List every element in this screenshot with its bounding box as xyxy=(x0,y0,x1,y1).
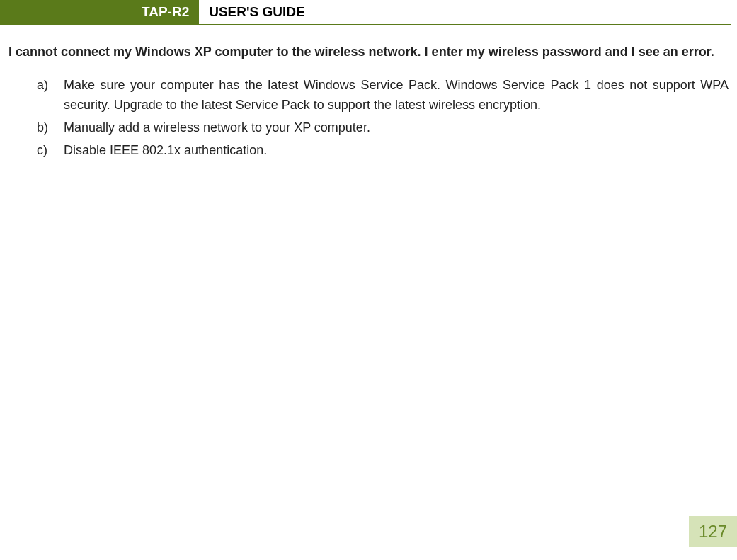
list-text-a: Make sure your computer has the latest W… xyxy=(64,76,729,115)
list-text-b: Manually add a wireless network to your … xyxy=(64,118,729,138)
faq-question: I cannot connect my Windows XP computer … xyxy=(8,42,729,62)
list-item: b) Manually add a wireless network to yo… xyxy=(37,118,729,138)
list-item: c) Disable IEEE 802.1x authentication. xyxy=(37,141,729,161)
list-marker-b: b) xyxy=(37,118,64,138)
list-marker-a: a) xyxy=(37,76,64,115)
answer-list: a) Make sure your computer has the lates… xyxy=(8,76,729,161)
page-number: 127 xyxy=(689,516,737,547)
header-bar: TAP-R2 USER'S GUIDE xyxy=(0,0,731,25)
list-text-c: Disable IEEE 802.1x authentication. xyxy=(64,141,729,161)
header-model: TAP-R2 xyxy=(0,0,199,24)
content-area: I cannot connect my Windows XP computer … xyxy=(0,25,737,172)
list-marker-c: c) xyxy=(37,141,64,161)
list-item: a) Make sure your computer has the lates… xyxy=(37,76,729,115)
header-title: USER'S GUIDE xyxy=(199,0,731,24)
